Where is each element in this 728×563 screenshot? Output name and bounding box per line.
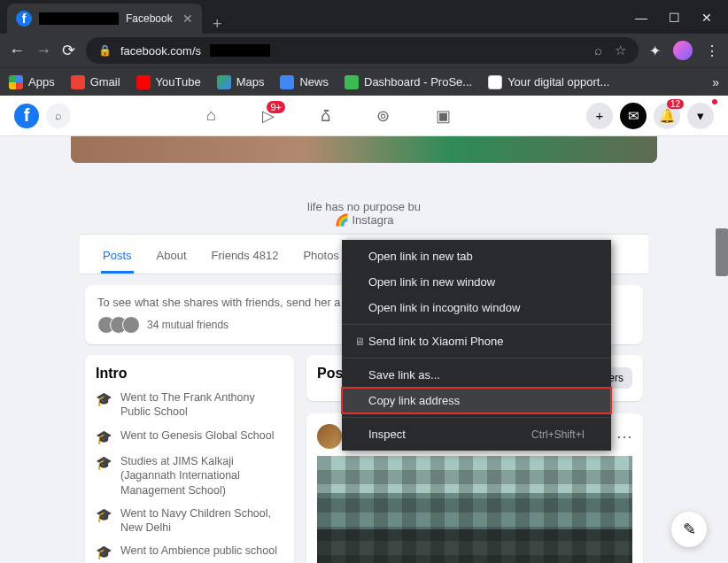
ctx-open-incognito[interactable]: Open link in incognito window xyxy=(342,295,611,320)
youtube-icon xyxy=(136,75,151,89)
create-button[interactable]: + xyxy=(586,103,613,129)
tab-title-redacted xyxy=(39,12,119,25)
groups-icon[interactable]: ⊚ xyxy=(376,106,390,126)
ctx-copy-link-address[interactable]: Copy link address xyxy=(342,388,611,413)
account-menu-button[interactable]: ▾ xyxy=(687,103,714,129)
intro-text: Went to Ambience public school xyxy=(120,544,277,561)
tab-friends[interactable]: Friends 4812 xyxy=(210,240,281,274)
ctx-open-new-tab[interactable]: Open link in new tab xyxy=(342,243,611,269)
bookmarks-bar: Apps Gmail YouTube Maps News Dashboard -… xyxy=(0,67,728,96)
gmail-icon xyxy=(71,75,85,89)
plus-icon: + xyxy=(596,108,604,123)
post-more-button[interactable]: ⋯ xyxy=(616,427,632,446)
notifications-button[interactable]: 🔔12 xyxy=(654,103,680,129)
bookmarks-overflow-button[interactable]: » xyxy=(712,75,719,89)
url-redacted xyxy=(210,44,270,57)
intro-item[interactable]: 🎓Went to The Frank Anthony Public School xyxy=(96,390,283,420)
new-message-button[interactable]: ✎ xyxy=(671,512,707,547)
nav-forward-button[interactable]: → xyxy=(35,42,51,60)
tab-photos[interactable]: Photos xyxy=(301,240,340,274)
intro-item[interactable]: 🎓Studies at JIMS Kalkaji (Jagannath Inte… xyxy=(96,454,283,497)
post-image-pixelated xyxy=(317,456,632,563)
intro-text: Studies at JIMS Kalkaji (Jagannath Inter… xyxy=(120,454,283,497)
ctx-separator xyxy=(342,324,611,325)
window-controls: — ☐ ✕ xyxy=(635,11,728,34)
ctx-inspect[interactable]: InspectCtrl+Shift+I xyxy=(342,421,611,447)
bookmark-label: Your digital opport... xyxy=(507,75,609,89)
new-tab-button[interactable]: + xyxy=(202,15,233,34)
addr-search-icon[interactable]: ⌕ xyxy=(594,42,602,58)
bookmark-apps[interactable]: Apps xyxy=(9,75,55,89)
bookmark-label: Maps xyxy=(236,75,265,89)
bookmark-maps[interactable]: Maps xyxy=(217,75,265,89)
browser-toolbar: ← → ⟳ 🔒 facebook.com/s ⌕ ☆ ✦ ⋮ xyxy=(0,34,728,67)
window-maximize-button[interactable]: ☐ xyxy=(669,11,680,25)
watch-icon[interactable]: ▷9+ xyxy=(262,106,275,126)
messenger-button[interactable]: ✉ xyxy=(620,103,647,129)
extensions-icon[interactable]: ✦ xyxy=(649,42,661,59)
ctx-separator xyxy=(342,358,611,359)
address-bar[interactable]: 🔒 facebook.com/s ⌕ ☆ xyxy=(86,37,639,64)
marketplace-icon[interactable]: ⌂̄ xyxy=(321,106,330,126)
tab-about[interactable]: About xyxy=(155,240,189,274)
post-avatar[interactable] xyxy=(317,424,342,449)
ctx-open-new-window[interactable]: Open link in new window xyxy=(342,269,611,295)
education-icon: 🎓 xyxy=(96,454,112,497)
fb-logo-icon[interactable]: f xyxy=(14,104,39,128)
page-content: f ⌕ ⌂ ▷9+ ⌂̄ ⊚ ▣ + ✉ 🔔12 ▾ life has no p… xyxy=(0,96,728,563)
tab-close-button[interactable]: ✕ xyxy=(182,12,193,26)
bio-line-2: Instagra xyxy=(352,213,394,227)
intro-item[interactable]: 🎓Went to Ambience public school xyxy=(96,544,283,561)
address-actions: ⌕ ☆ xyxy=(594,42,626,58)
intro-text: Went to The Frank Anthony Public School xyxy=(120,390,283,420)
intro-item[interactable]: 🎓Went to Genesis Global School xyxy=(96,428,283,446)
bookmark-youtube[interactable]: YouTube xyxy=(136,75,201,89)
avatar xyxy=(122,316,140,334)
notif-badge: 12 xyxy=(667,99,684,109)
ctx-save-link-as[interactable]: Save link as... xyxy=(342,362,611,388)
browser-tab[interactable]: f Facebook ✕ xyxy=(7,4,202,34)
account-badge xyxy=(712,99,717,104)
ctx-label: Inspect xyxy=(368,428,406,441)
window-close-button[interactable]: ✕ xyxy=(701,11,712,25)
context-menu: Open link in new tab Open link in new wi… xyxy=(342,240,611,451)
tab-posts[interactable]: Posts xyxy=(101,240,134,274)
chevron-down-icon: ▾ xyxy=(697,108,704,124)
device-icon: 🖥 xyxy=(351,335,368,348)
ctx-send-to-device[interactable]: 🖥Send link to Xiaomi Phone xyxy=(342,328,611,354)
ctx-separator xyxy=(342,417,611,418)
addr-star-icon[interactable]: ☆ xyxy=(615,42,626,58)
bookmark-news[interactable]: News xyxy=(280,75,329,89)
fb-header: f ⌕ ⌂ ▷9+ ⌂̄ ⊚ ▣ + ✉ 🔔12 ▾ xyxy=(0,96,728,136)
profile-avatar-icon[interactable] xyxy=(673,41,693,60)
intro-text: Went to Navy Children School, New Delhi xyxy=(120,506,283,536)
bookmark-label: Apps xyxy=(28,75,55,89)
fb-center-nav: ⌂ ▷9+ ⌂̄ ⊚ ▣ xyxy=(71,106,586,126)
education-icon: 🎓 xyxy=(96,506,112,536)
education-icon: 🎓 xyxy=(96,544,112,561)
scrollbar-thumb[interactable] xyxy=(716,228,728,276)
lock-icon: 🔒 xyxy=(98,44,112,57)
apps-icon xyxy=(9,75,23,89)
browser-titlebar: f Facebook ✕ + — ☐ ✕ xyxy=(0,0,728,34)
browser-menu-button[interactable]: ⋮ xyxy=(705,42,719,59)
window-minimize-button[interactable]: — xyxy=(635,11,647,25)
watch-badge: 9+ xyxy=(267,101,285,113)
profile-bio: life has no purpose bu 🌈Instagra xyxy=(0,163,728,234)
nav-back-button[interactable]: ← xyxy=(9,42,25,60)
gaming-icon[interactable]: ▣ xyxy=(436,106,451,126)
bookmark-dashboard[interactable]: Dashboard - ProSe... xyxy=(345,75,472,89)
home-icon[interactable]: ⌂ xyxy=(206,106,216,126)
tab-title: Facebook xyxy=(126,12,173,25)
rainbow-icon: 🌈 xyxy=(335,213,349,227)
fb-search-button[interactable]: ⌕ xyxy=(46,104,71,128)
extension-area: ✦ ⋮ xyxy=(649,41,719,60)
intro-item[interactable]: 🎓Went to Navy Children School, New Delhi xyxy=(96,506,283,536)
fb-header-right: + ✉ 🔔12 ▾ xyxy=(586,103,714,129)
news-icon xyxy=(280,75,294,89)
bookmark-digital[interactable]: Your digital opport... xyxy=(488,75,609,89)
cover-photo[interactable] xyxy=(71,136,657,163)
bookmark-gmail[interactable]: Gmail xyxy=(71,75,120,89)
nav-reload-button[interactable]: ⟳ xyxy=(62,41,75,60)
post-image[interactable] xyxy=(317,456,632,563)
